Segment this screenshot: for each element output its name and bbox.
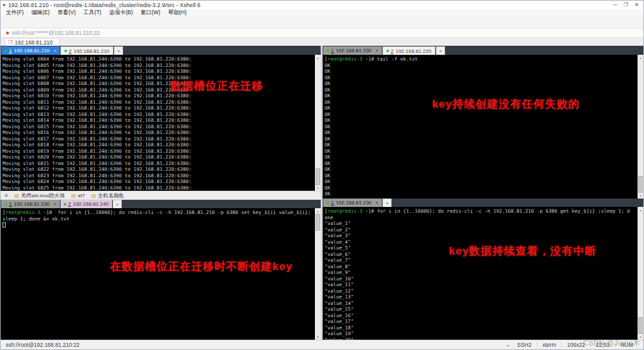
menu-item[interactable]: 文件(F) (6, 9, 24, 17)
terminal-line: "value_16" (325, 313, 643, 319)
quick-command-hostname-color[interactable]: ▤ 主机名颜色 (91, 192, 124, 199)
terminal-line: "value_9" (325, 269, 643, 276)
new-tab-button[interactable]: + (113, 200, 122, 208)
terminal-line: Moving slot 6804 from 192.168.81.240:639… (3, 56, 321, 63)
tab-label: 192.168.81.220 (395, 48, 431, 54)
terminal-bottom-left[interactable]: [root@redis-3 ~]# for i in {1..10000}; d… (1, 208, 321, 340)
terminal-top-right[interactable]: [root@redis-3 ~]# tail -f ok.txt OKOKOKO… (323, 55, 643, 199)
menu-item[interactable]: 选项卡(B) (109, 9, 133, 17)
address-bar-url[interactable]: ssh://root:******@192.168.81.210:22 (12, 30, 100, 36)
menu-bar: 文件(F)编辑(E)查看(V)工具(T)选项卡(B)窗口(W)帮助(H) (1, 9, 643, 17)
terminal-line: Moving slot 6812 from 192.168.81.240:639… (3, 105, 321, 112)
status-bar: ssh://root@192.168.81.210:22 ● SSH2xterm… (1, 340, 643, 349)
terminal-line: OK (325, 179, 643, 185)
scroll-down-icon[interactable]: ▾ (317, 185, 319, 191)
scrollbar[interactable]: ▴ ▾ (638, 207, 643, 340)
scroll-up-icon[interactable]: ▴ (317, 208, 319, 214)
csdn-watermark: CSDN @Jiang木 (583, 338, 640, 348)
status-connection-url: ssh://root@192.168.81.210:22 (6, 342, 507, 348)
new-tab-button[interactable]: + (114, 46, 124, 55)
quick-connect-icon: ◆ (6, 30, 9, 35)
terminal-tab[interactable]: 2 192.168.81.210 (61, 46, 113, 55)
tab-label: 192.168.81.240 (73, 201, 109, 207)
scroll-up-icon[interactable]: ▴ (639, 55, 642, 61)
scrollbar-thumb[interactable] (316, 214, 320, 231)
pane-tabbar-top-left: 1 192.168.81.210 × 2 192.168.81.210 + (1, 46, 321, 55)
terminal-command-line: [root@redis-3 ~]# for i in {1..10000}; d… (325, 208, 643, 215)
pane-tabbar-top-right: 1 192.168.81.230 × 2 192.168.81.220 + (323, 46, 643, 55)
terminal-line: "value_2" (325, 227, 643, 233)
scrollbar-thumb[interactable] (316, 168, 320, 185)
connected-dot-icon (5, 203, 7, 206)
menu-item[interactable]: 查看(V) (57, 9, 75, 17)
annotation-slots-migrating: 数据槽位正在迁移 (171, 83, 263, 90)
new-tab-button[interactable]: + (383, 199, 392, 207)
scrollbar-thumb[interactable] (638, 176, 643, 193)
terminal-line: Moving slot 6810 from 192.168.81.240:639… (3, 93, 321, 99)
terminal-line: OK (325, 166, 643, 173)
annotation-create-keys-while-migrating: 在数据槽位正在迁移时不断创建key (110, 264, 292, 270)
terminal-line: "value_1" (325, 220, 643, 227)
terminal-line: sleep 1; done &> ok.txt (3, 216, 321, 222)
window-title: 192.168.81.210 - root@redis-1:/data/redi… (8, 2, 614, 8)
scroll-up-icon[interactable]: ▴ (317, 55, 319, 61)
scrollbar[interactable]: ▴ ▾ (315, 208, 321, 340)
tab-close-icon[interactable]: × (375, 48, 379, 53)
terminal-line: Moving slot 6813 from 192.168.81.240:639… (3, 112, 321, 118)
quick-command-el7[interactable]: ▤ el7 (71, 192, 84, 199)
terminal-line: OK (325, 148, 643, 155)
tab-label: 192.168.81.230 (336, 48, 372, 53)
menu-item[interactable]: 工具(T) (84, 9, 102, 17)
close-button[interactable]: ✕ (634, 2, 639, 8)
scrollbar[interactable]: ▴ ▾ (315, 55, 321, 191)
terminal-line: "value_18" (325, 325, 643, 331)
terminal-command-line: [root@redis-3 ~]# tail -f ok.txt (325, 56, 643, 63)
session-tab[interactable]: ❐ 192.168.81.210 (5, 38, 60, 46)
terminal-line: Moving slot 6821 from 192.168.81.240:639… (3, 160, 321, 167)
connected-dot-icon (327, 202, 329, 204)
terminal-grid: 1 192.168.81.210 × 2 192.168.81.210 + Mo… (1, 46, 643, 340)
menu-item[interactable]: 窗口(W) (140, 9, 160, 17)
terminal-line: OK (325, 75, 643, 81)
tab-close-icon[interactable]: × (53, 48, 57, 53)
toolbar (1, 17, 643, 28)
scroll-down-icon[interactable]: ▾ (317, 334, 319, 340)
tab-close-icon[interactable]: × (375, 200, 379, 206)
terminal-line: Moving slot 6820 from 192.168.81.240:639… (3, 154, 321, 160)
quick-command-icon: ▤ (91, 193, 97, 199)
tab-close-icon[interactable]: × (53, 201, 57, 207)
connected-dot-icon (64, 203, 66, 206)
terminal-line: OK (325, 112, 643, 118)
maximize-button[interactable]: ❐ (623, 2, 628, 8)
terminal-line: "value_15" (325, 306, 643, 313)
terminal-tab[interactable]: 2 192.168.81.220 (383, 46, 435, 55)
scroll-up-icon[interactable]: ▴ (639, 207, 642, 213)
menu-item[interactable]: 帮助(H) (168, 9, 187, 17)
quickbar-menu-icon[interactable]: ≡ (5, 192, 8, 199)
terminal-line: "value_11" (325, 282, 643, 288)
terminal-line: Moving slot 6823 from 192.168.81.240:639… (3, 173, 321, 179)
new-tab-button[interactable]: + (436, 46, 446, 55)
scroll-down-icon[interactable]: ▾ (639, 193, 642, 199)
terminal-line: "value_8" (325, 264, 643, 270)
scrollbar[interactable]: ▴ ▾ (638, 55, 643, 199)
terminal-tab-active[interactable]: 1 192.168.81.210 × (1, 46, 60, 55)
terminal-line: "value_3" (325, 233, 643, 239)
terminal-output: OKOKOKOKOKOKOKOKOKOKOKOKOKOKOKOKOKOKOKOK… (325, 63, 643, 197)
terminal-tab[interactable]: 2 192.168.81.240 (61, 200, 112, 208)
minimize-button[interactable]: ─ (613, 2, 617, 8)
annotation-keys-created-no-failures: key持续创建没有任何失败的 (432, 101, 580, 108)
terminal-tab-active[interactable]: 1 192.168.81.230 × (323, 46, 382, 55)
terminal-line: OK (325, 117, 643, 124)
terminal-tab-active[interactable]: 1 192.168.81.230 × (323, 199, 382, 207)
quick-command-icon: ▤ (71, 193, 76, 199)
terminal-tab-active[interactable]: 1 192.168.81.230 × (1, 200, 60, 208)
terminal-line: "value_12" (325, 288, 643, 295)
address-bar[interactable]: ◆ ssh://root:******@192.168.81.210:22 (1, 28, 643, 37)
terminal-line: "value_7" (325, 257, 643, 264)
terminal-top-left[interactable]: Moving slot 6804 from 192.168.81.240:639… (1, 55, 321, 191)
quick-command-selinux[interactable]: ▤ 关闭seLinux防火墙 (14, 192, 64, 199)
scrollbar-thumb[interactable] (638, 317, 643, 334)
terminal-bottom-right[interactable]: [root@redis-3 ~]# for i in {1..10000}; d… (323, 207, 643, 340)
menu-item[interactable]: 编辑(E) (32, 9, 50, 17)
